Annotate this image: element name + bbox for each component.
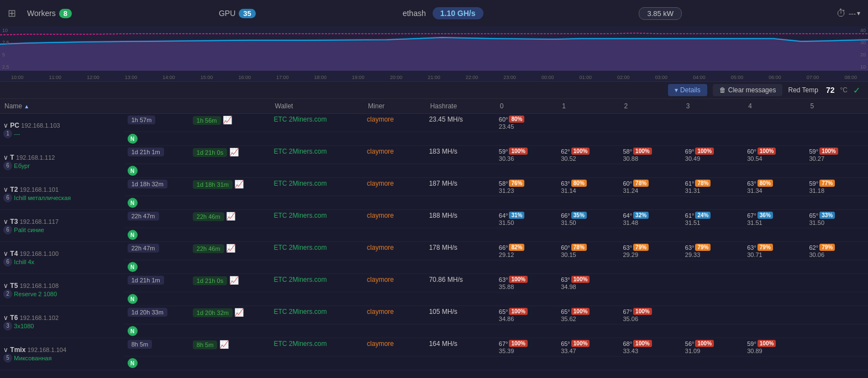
chart-icon[interactable]: 📈 bbox=[223, 116, 232, 124]
wallet-cell: ETC 2Miners.com bbox=[271, 306, 364, 324]
uptime2-cell: 22h 46m 📈 bbox=[190, 242, 271, 260]
chart-icon[interactable]: 📈 bbox=[234, 180, 244, 188]
top-bar: ⊞ Workers 8 GPU 35 ethash 1.10 GH/s 3.85… bbox=[0, 0, 868, 27]
empty-cell bbox=[496, 228, 868, 242]
chart-icon[interactable]: 📈 bbox=[229, 276, 239, 285]
table-row-nbadge: N bbox=[0, 260, 868, 274]
sort-arrow: ▲ bbox=[24, 103, 29, 109]
worker-id-cell: ∨ T3 192.168.1.117 6 Palit синие bbox=[0, 210, 124, 242]
table-row: ∨ T2 192.168.1.101 6 Ichill металлическа… bbox=[0, 178, 868, 196]
gpu-cell-1: 66° 35% 31.50 bbox=[557, 210, 619, 228]
chevron-down-icon: ▾ bbox=[675, 86, 678, 94]
gpu-cell-3: 63° 79% 29.33 bbox=[682, 242, 744, 260]
workers-table: Name ▲ Wallet Miner Hashrate 0 1 2 3 4 5… bbox=[0, 99, 868, 370]
chevron-down-icon[interactable]: ▾ bbox=[857, 9, 860, 17]
th-gpu-5: 5 bbox=[806, 99, 869, 114]
gpu-cell-1: 65° 100% 35.62 bbox=[557, 306, 619, 324]
empty-cell bbox=[496, 196, 868, 210]
gpu-cell-5: 59° 100% 30.27 bbox=[806, 146, 869, 164]
gpu-cell-1: 65° 100% 33.47 bbox=[557, 338, 619, 356]
th-gpu-0: 0 bbox=[496, 99, 557, 114]
uptime1-cell: 1h 57m bbox=[124, 114, 190, 132]
hashrate-cell: 188 MH/s bbox=[425, 210, 495, 228]
table-row-nbadge: N bbox=[0, 292, 868, 306]
gpu-cell-2 bbox=[619, 114, 681, 132]
chart-icon[interactable]: 📈 bbox=[229, 148, 239, 156]
power-badge: 3.85 kW bbox=[639, 7, 682, 20]
uptime2-cell: 1h 56m 📈 bbox=[190, 114, 271, 132]
uptime2-cell: 1d 21h 0s 📈 bbox=[190, 274, 271, 292]
gpu-cell-4: 59° 100% 30.89 bbox=[744, 338, 806, 356]
gpu-cell-1: 63° 100% 34.98 bbox=[557, 274, 619, 292]
table-row-nbadge: N bbox=[0, 132, 868, 146]
clock-icon[interactable]: ⏱ bbox=[837, 8, 846, 19]
chart-area: 107,552,5 40302010 10:0011:0012:0013:001… bbox=[0, 27, 868, 82]
nbadge-cell: N bbox=[124, 228, 496, 242]
table-row: ∨ T3 192.168.1.117 6 Palit синие 22h 47m… bbox=[0, 210, 868, 228]
miner-cell: claymore bbox=[364, 178, 425, 196]
gpu-cell-1: 62° 100% 30.52 bbox=[557, 146, 619, 164]
gpu-cell-4: 63° 79% 30.71 bbox=[744, 242, 806, 260]
th-gpu-1: 1 bbox=[557, 99, 619, 114]
gpu-cell-0: 58° 76% 31.23 bbox=[496, 178, 557, 196]
gpu-cell-4: 63° 80% 31.34 bbox=[744, 178, 806, 196]
chart-icon[interactable]: 📈 bbox=[226, 212, 235, 221]
hashrate-cell: 23.45 MH/s bbox=[425, 114, 495, 132]
gpu-cell-4 bbox=[744, 306, 806, 324]
gpu-cell-0: 64° 31% 31.50 bbox=[496, 210, 557, 228]
trash-icon: 🗑 bbox=[719, 86, 726, 94]
workers-label: Workers bbox=[27, 9, 56, 18]
wallet-cell: ETC 2Miners.com bbox=[271, 210, 364, 228]
table-row-nbadge: N bbox=[0, 356, 868, 370]
uptime1-cell: 1d 21h 1m bbox=[124, 146, 190, 164]
uptime1-cell: 1d 20h 33m bbox=[124, 306, 190, 324]
miner-cell: claymore bbox=[364, 338, 425, 356]
hashrate-cell: 105 MH/s bbox=[425, 306, 495, 324]
wallet-cell: ETC 2Miners.com bbox=[271, 242, 364, 260]
workers-group: Workers 8 bbox=[27, 9, 72, 18]
chart-y-right: 40302010 bbox=[858, 27, 868, 71]
gpu-cell-3: 56° 100% 31.09 bbox=[682, 338, 744, 356]
table-row-nbadge: N bbox=[0, 228, 868, 242]
th-uptime1 bbox=[124, 99, 190, 114]
chart-icon[interactable]: 📈 bbox=[234, 308, 244, 317]
grid-icon[interactable]: ⊞ bbox=[8, 7, 16, 19]
nbadge-cell: N bbox=[124, 164, 496, 178]
clock-value: --- bbox=[849, 9, 856, 18]
gpu-cell-2: 68° 100% 33.43 bbox=[619, 338, 681, 356]
clear-messages-button[interactable]: 🗑 Clear messages bbox=[713, 84, 783, 96]
gpu-cell-5: 59° 77% 31.18 bbox=[806, 178, 869, 196]
empty-cell bbox=[496, 164, 868, 178]
unit-label: °C bbox=[840, 86, 848, 94]
uptime2-cell: 22h 46m 📈 bbox=[190, 210, 271, 228]
empty-cell bbox=[496, 292, 868, 306]
gpu-cell-5 bbox=[806, 338, 869, 356]
uptime2-cell: 1d 21h 0s 📈 bbox=[190, 146, 271, 164]
chart-icon[interactable]: 📈 bbox=[226, 244, 235, 253]
th-name[interactable]: Name ▲ bbox=[0, 99, 124, 114]
gpu-cell-4 bbox=[744, 274, 806, 292]
worker-id-cell: ∨ Tmix 192.168.1.104 5 Миксованная bbox=[0, 338, 124, 370]
gpu-count-badge: 35 bbox=[239, 9, 255, 18]
miner-cell: claymore bbox=[364, 242, 425, 260]
gpu-cell-1: 63° 80% 31.14 bbox=[557, 178, 619, 196]
confirm-checkmark[interactable]: ✓ bbox=[853, 85, 860, 96]
details-button[interactable]: ▾ Details bbox=[668, 84, 707, 96]
miner-cell: claymore bbox=[364, 306, 425, 324]
uptime2-cell: 1d 20h 32m 📈 bbox=[190, 306, 271, 324]
gpu-cell-5 bbox=[806, 306, 869, 324]
gpu-cell-5: 62° 79% 30.06 bbox=[806, 242, 869, 260]
table-row: ∨ Tmix 192.168.1.104 5 Миксованная 8h 5m… bbox=[0, 338, 868, 356]
gpu-cell-3: 61° 78% 31.31 bbox=[682, 178, 744, 196]
gpu-cell-2: 64° 32% 31.48 bbox=[619, 210, 681, 228]
workers-count-badge: 8 bbox=[59, 9, 72, 18]
th-gpu-2: 2 bbox=[619, 99, 681, 114]
gpu-cell-0: 59° 100% 30.36 bbox=[496, 146, 557, 164]
empty-cell bbox=[496, 356, 868, 370]
table-row-nbadge: N bbox=[0, 324, 868, 338]
chart-icon[interactable]: 📈 bbox=[219, 340, 229, 349]
uptime1-cell: 22h 47m bbox=[124, 242, 190, 260]
gpu-cell-1 bbox=[557, 114, 619, 132]
nbadge-cell: N bbox=[124, 196, 496, 210]
uptime1-cell: 8h 5m bbox=[124, 338, 190, 356]
